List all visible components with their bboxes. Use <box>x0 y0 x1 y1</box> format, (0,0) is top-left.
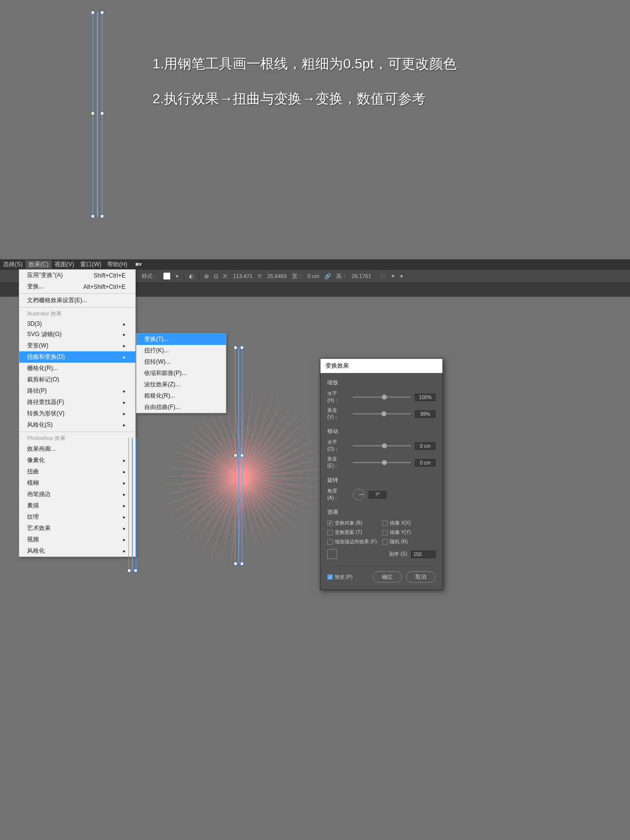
anchor-point[interactable] <box>100 112 104 115</box>
instructions-text: 1.用钢笔工具画一根线，粗细为0.5pt，可更改颜色 2.执行效果→扭曲与变换→… <box>153 54 457 124</box>
source-line[interactable] <box>128 438 137 571</box>
menu-crop-marks[interactable]: 裁剪标记(O) <box>19 374 135 385</box>
move-v-value[interactable]: 0 cm <box>415 459 436 467</box>
scale-h-slider[interactable] <box>353 397 411 398</box>
selected-line-object[interactable] <box>92 12 103 217</box>
angle-value[interactable]: 7° <box>369 491 386 498</box>
align-icon[interactable]: ⊞ <box>204 273 209 280</box>
menu-pixelate[interactable]: 像素化▸ <box>19 455 135 466</box>
cb-random[interactable] <box>382 539 388 545</box>
anchor-point[interactable] <box>240 562 244 565</box>
style-swatch[interactable] <box>163 272 171 280</box>
menu-sketch[interactable]: 素描▸ <box>19 500 135 511</box>
effect-menu-dropdown: 应用"变换"(A)Shift+Ctrl+E 变换...Alt+Shift+Ctr… <box>19 269 136 557</box>
menu-svg-filter[interactable]: SVG 滤镜(G)▸ <box>19 329 135 340</box>
x-value[interactable]: 113.471 <box>233 273 252 279</box>
cancel-button[interactable]: 取消 <box>406 571 436 583</box>
menu-transform[interactable]: 变换...Alt+Shift+Ctrl+E <box>19 281 135 292</box>
cb-mirror-x[interactable] <box>382 521 388 526</box>
scale-h-value[interactable]: 100% <box>415 394 436 401</box>
anchor-point[interactable] <box>127 569 131 572</box>
transform-effect-dialog: 变换效果 缩放 水平 (H)： 100% 垂直 (V)： 99% 移动 水平 (… <box>320 358 443 590</box>
menu-apply-transform[interactable]: 应用"变换"(A)Shift+Ctrl+E <box>19 270 135 281</box>
submenu-transform[interactable]: 变换(T)... <box>136 334 226 345</box>
menu-view[interactable]: 视图(V) <box>52 260 77 269</box>
menu-effect-gallery[interactable]: 效果画廊... <box>19 443 135 455</box>
angle-dial[interactable] <box>353 489 365 500</box>
style-label: 样式： <box>142 273 158 280</box>
dialog-title: 变换效果 <box>320 359 442 373</box>
anchor-point[interactable] <box>91 112 94 115</box>
menu-effect[interactable]: 效果(C) <box>26 260 52 269</box>
menu-3d[interactable]: 3D(3)▸ <box>19 319 135 329</box>
anchor-point[interactable] <box>240 346 244 349</box>
menu-artistic[interactable]: 艺术效果▸ <box>19 523 135 534</box>
center-selected-line[interactable] <box>234 347 243 564</box>
menu-convert-shape[interactable]: 转换为形状(V)▸ <box>19 408 135 419</box>
submenu-pucker-bloat[interactable]: 收缩和膨胀(P)... <box>136 368 226 379</box>
anchor-point[interactable] <box>134 569 137 572</box>
anchor-point[interactable] <box>91 215 94 218</box>
menu-stylize-ps[interactable]: 风格化▸ <box>19 545 135 557</box>
y-value[interactable]: 25.6469 <box>267 273 287 279</box>
move-v-slider[interactable] <box>353 462 411 463</box>
anchor-point[interactable] <box>100 215 104 218</box>
submenu-tweak[interactable]: 扭转(W)... <box>136 356 226 368</box>
move-h-slider[interactable] <box>353 445 411 446</box>
menu-texture[interactable]: 纹理▸ <box>19 511 135 523</box>
menu-warp[interactable]: 变形(W)▸ <box>19 340 135 351</box>
menu-rasterize[interactable]: 栅格化(R)... <box>19 363 135 374</box>
anchor-point[interactable] <box>234 562 237 565</box>
menu-select[interactable]: 选择(S) <box>0 260 26 269</box>
ok-button[interactable]: 确定 <box>373 571 402 583</box>
menu-distort[interactable]: 扭曲▸ <box>19 466 135 477</box>
cb-scale-stroke[interactable] <box>327 539 333 545</box>
scale-v-value[interactable]: 99% <box>415 410 436 418</box>
menu-help[interactable]: 帮助(H) <box>104 260 130 269</box>
anchor-point[interactable] <box>100 11 104 14</box>
anchor-point[interactable] <box>234 346 237 349</box>
menu-stylize[interactable]: 风格化(S)▸ <box>19 419 135 431</box>
cb-transform-pattern[interactable] <box>327 530 333 535</box>
menu-distort-transform[interactable]: 扭曲和变换(D)▸ <box>19 351 135 363</box>
menu-video[interactable]: 视频▸ <box>19 534 135 545</box>
anchor-point[interactable] <box>234 454 237 457</box>
menu-blur[interactable]: 模糊▸ <box>19 477 135 489</box>
width-value[interactable]: 0 cm <box>308 273 319 279</box>
height-value[interactable]: 26.1761 <box>352 273 372 279</box>
menu-doc-raster[interactable]: 文档栅格效果设置(E)... <box>19 295 135 306</box>
copies-input[interactable]: 150 <box>411 551 436 558</box>
menu-path[interactable]: 路径(P)▸ <box>19 385 135 397</box>
link-icon[interactable]: 🔗 <box>324 273 331 280</box>
illustrator-effects-header: Illustrator 效果 <box>19 309 135 319</box>
anchor-icon[interactable]: ⊡ <box>214 273 218 280</box>
cb-transform-obj[interactable] <box>327 521 333 526</box>
cb-preview[interactable] <box>327 574 333 580</box>
anchor-point[interactable] <box>240 454 244 457</box>
menu-bar: 选择(S) 效果(C) 视图(V) 窗口(W) 帮助(H) ■▾ <box>0 259 630 269</box>
anchor-point[interactable] <box>91 11 94 14</box>
opacity-icon[interactable]: ◐ <box>189 273 194 280</box>
cb-mirror-y[interactable] <box>382 530 388 535</box>
scale-v-slider[interactable] <box>353 413 411 414</box>
shape-mode-icon[interactable]: ⬚ <box>381 273 386 280</box>
reference-point-icon[interactable] <box>327 549 337 559</box>
move-h-value[interactable]: 0 cm <box>415 442 436 450</box>
menu-pathfinder[interactable]: 路径查找器(F)▸ <box>19 397 135 408</box>
photoshop-effects-header: Photoshop 效果 <box>19 433 135 443</box>
submenu-twist[interactable]: 扭拧(K)... <box>136 345 226 356</box>
menu-window[interactable]: 窗口(W) <box>77 260 104 269</box>
menu-brush-strokes[interactable]: 画笔描边▸ <box>19 489 135 500</box>
isolate-icon[interactable]: ✦ <box>391 273 395 280</box>
